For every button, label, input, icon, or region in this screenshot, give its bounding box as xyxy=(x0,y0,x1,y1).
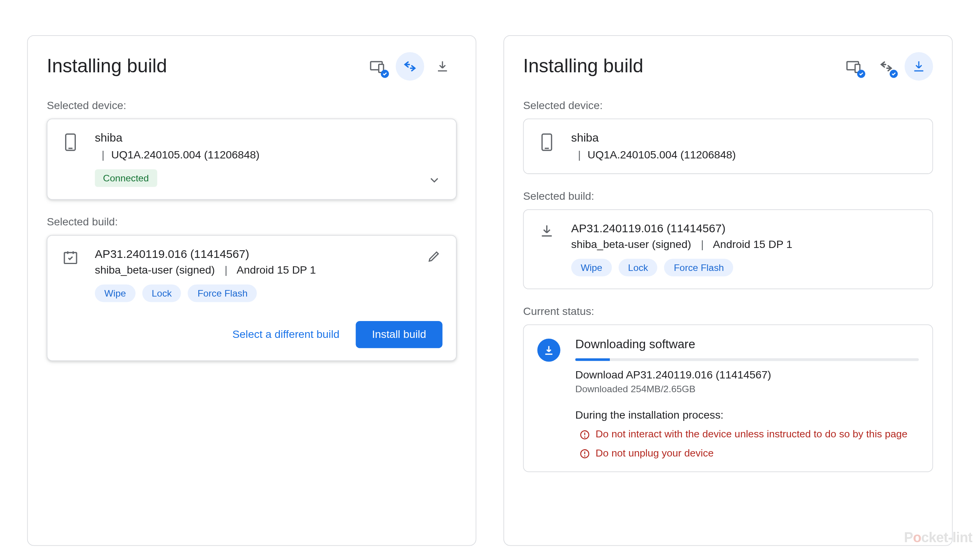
device-name: shiba xyxy=(571,131,919,145)
chip-lock: Lock xyxy=(142,284,181,302)
warning-text: Do not interact with the device unless i… xyxy=(596,428,908,440)
selected-device-label: Selected device: xyxy=(47,99,457,112)
download-icon xyxy=(537,222,557,238)
download-line: Download AP31.240119.016 (11414567) xyxy=(575,369,919,381)
download-progress xyxy=(575,358,919,361)
install-build-button[interactable]: Install build xyxy=(356,321,443,348)
device-build-id: UQ1A.240105.004 (11206848) xyxy=(588,149,736,160)
step-connect-icon xyxy=(872,52,900,80)
svg-point-11 xyxy=(585,437,585,437)
panel-install-progress: Installing build Selected device: xyxy=(503,35,953,546)
build-variant: shiba_beta-user (signed) xyxy=(95,264,215,276)
page-title: Installing build xyxy=(523,55,643,77)
step-indicator xyxy=(840,52,933,80)
selected-build-label: Selected build: xyxy=(523,190,933,202)
edit-build-button[interactable] xyxy=(425,246,444,266)
chip-force-flash: Force Flash xyxy=(664,259,733,276)
current-status-label: Current status: xyxy=(523,305,933,318)
page-title: Installing build xyxy=(47,55,167,77)
build-id: AP31.240119.016 (11414567) xyxy=(95,248,443,261)
build-card: AP31.240119.016 (11414567) shiba_beta-us… xyxy=(523,209,933,289)
device-build-line: |UQ1A.240105.004 (11206848) xyxy=(95,149,443,161)
device-build-id: UQ1A.240105.004 (11206848) xyxy=(111,149,260,160)
downloaded-amount: Downloaded 254MB/2.65GB xyxy=(575,383,919,394)
device-build-line: |UQ1A.240105.004 (11206848) xyxy=(571,149,919,161)
chip-wipe: Wipe xyxy=(571,259,612,276)
selected-device-label: Selected device: xyxy=(523,99,933,112)
build-card: AP31.240119.016 (11414567) shiba_beta-us… xyxy=(47,235,457,361)
svg-point-14 xyxy=(585,456,585,456)
device-name: shiba xyxy=(95,131,443,145)
status-title: Downloading software xyxy=(575,337,919,351)
phone-icon xyxy=(537,131,557,152)
panel-header: Installing build xyxy=(523,52,933,80)
step-download-icon xyxy=(905,52,933,80)
select-different-build-button[interactable]: Select a different build xyxy=(228,322,343,347)
selected-build-label: Selected build: xyxy=(47,216,457,228)
build-target: Android 15 DP 1 xyxy=(713,238,792,250)
build-variant: shiba_beta-user (signed) xyxy=(571,238,691,250)
step-device-icon xyxy=(840,52,868,80)
warning-text: Do not unplug your device xyxy=(596,447,714,458)
chip-force-flash: Force Flash xyxy=(188,284,257,302)
step-download-icon xyxy=(428,52,457,80)
step-connect-icon xyxy=(396,52,424,80)
device-card: shiba |UQ1A.240105.004 (11206848) Connec… xyxy=(47,119,457,200)
phone-icon xyxy=(61,131,80,152)
download-progress-bar xyxy=(575,358,610,361)
connected-badge: Connected xyxy=(95,170,157,187)
expand-device-button[interactable] xyxy=(425,171,444,190)
device-card: shiba |UQ1A.240105.004 (11206848) xyxy=(523,119,933,174)
watermark: Pocket-lint xyxy=(904,530,972,546)
status-card: Downloading software Download AP31.24011… xyxy=(523,324,933,472)
build-variant-line: shiba_beta-user (signed) | Android 15 DP… xyxy=(95,264,443,276)
warning-item: Do not unplug your device xyxy=(575,447,919,459)
build-variant-line: shiba_beta-user (signed) | Android 15 DP… xyxy=(571,238,919,251)
downloading-icon xyxy=(537,339,560,362)
build-package-icon xyxy=(61,248,80,266)
chip-wipe: Wipe xyxy=(95,284,136,302)
panel-header: Installing build xyxy=(47,52,457,80)
panel-install-setup: Installing build Selected device: xyxy=(27,35,477,546)
step-indicator xyxy=(363,52,457,80)
warning-heading: During the installation process: xyxy=(575,409,919,421)
step-device-icon xyxy=(363,52,392,80)
chip-lock: Lock xyxy=(619,259,658,276)
warning-item: Do not interact with the device unless i… xyxy=(575,428,919,440)
build-id: AP31.240119.016 (11414567) xyxy=(571,222,919,236)
build-target: Android 15 DP 1 xyxy=(237,264,316,276)
